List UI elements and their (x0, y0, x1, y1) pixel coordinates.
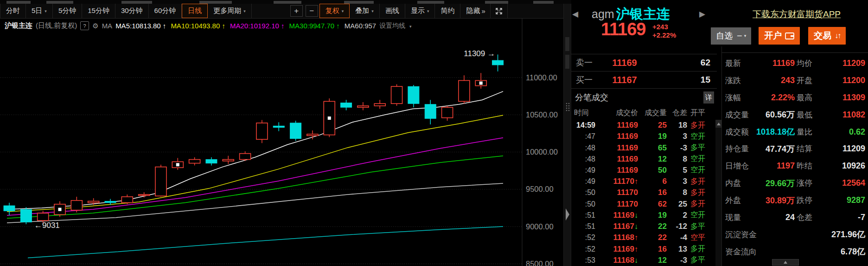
chevron-down-icon: ▾ (409, 24, 412, 29)
toolbar-button-6[interactable]: 日线 (182, 4, 208, 18)
prev-contract-icon[interactable]: ◀ (572, 9, 578, 19)
open-account-button[interactable]: 开户 (759, 27, 800, 45)
tick-row: :50111706225多开 (571, 199, 714, 210)
stat-cell: 现量24 (725, 209, 795, 226)
stat-cell: 昨结10926 (797, 157, 865, 175)
tick-open-close-flag: 多平 (690, 255, 705, 265)
toolbar-button-15[interactable]: 简约 (435, 4, 460, 18)
toolbar-button-12[interactable]: 叠加▾ (350, 4, 380, 18)
tick-row: :5211168↑22-4空平 (571, 232, 714, 243)
download-app-link[interactable]: 下载东方财富期货APP (753, 8, 841, 20)
collapse-right-arrow-icon[interactable] (566, 208, 569, 221)
chart-legend: 沪银主连 (日线,前复权) ? ⚙ MA MA5:10813.80 ↑MA10:… (5, 21, 412, 30)
toolbar-button-11[interactable]: 复权▾ (319, 4, 350, 18)
tick-price: 11169↑ (595, 245, 638, 254)
trade-button[interactable]: 交易 ↓↑ (808, 27, 846, 45)
scroll-up-icon[interactable] (715, 120, 721, 128)
stat-cell: 结算11209 (797, 140, 865, 157)
bid-qty: 15 (701, 75, 710, 85)
toolbar-button-14[interactable]: 显示▾ (405, 4, 435, 18)
toolbar-button-0[interactable]: 分时 (0, 4, 26, 18)
tick-row: :5111169↓192空开 (571, 210, 714, 221)
ma-values: MA5:10813.80 ↑MA10:10493.80 ↑MA20:10192.… (115, 22, 376, 30)
splitter-box (565, 37, 569, 51)
chevron-down-icon: ▾ (371, 9, 374, 13)
stat-value: 1197 (777, 161, 795, 171)
stat-cell: 均价11209 (797, 55, 865, 72)
tick-volume: 16 (638, 188, 667, 197)
toolbar-button-1[interactable]: 5日▾ (26, 4, 53, 18)
minus-icon: − (737, 31, 742, 40)
tick-open-close-flag: 多开 (690, 244, 705, 254)
stat-cell: 涨幅2.22% (725, 89, 795, 106)
tick-oi-change: 13 (667, 245, 687, 254)
svg-text:9500.00: 9500.00 (526, 185, 554, 193)
ma-value: MA20:10192.10 ↑ (230, 22, 285, 30)
toolbar-button-5[interactable]: 60分钟 (149, 4, 182, 18)
tick-time: :52 (571, 245, 595, 253)
tick-col-header: 开平 (690, 108, 705, 118)
stat-cell: 外盘30.89万 (725, 192, 795, 209)
legend-mode: (日线,前复权) (36, 21, 77, 30)
ask-price: 11169 (608, 58, 641, 68)
tick-oi-change: 5 (667, 166, 687, 175)
tick-price: 11170↑ (595, 177, 638, 186)
splitter-box (565, 55, 569, 69)
toolbar-button-4[interactable]: 30分钟 (115, 4, 149, 18)
gear-icon[interactable]: ⚙ (92, 22, 98, 30)
tick-price: 11169 (595, 143, 638, 153)
panel-splitter[interactable] (563, 4, 571, 266)
stat-value: 47.74万 (766, 143, 795, 155)
chevron-down-icon: ▾ (744, 33, 747, 38)
tick-time: :52 (571, 234, 595, 242)
tick-col-header: 仓差 (667, 108, 687, 118)
next-contract-icon[interactable]: ▶ (699, 9, 705, 19)
tick-volume: 50 (638, 166, 667, 175)
svg-text:10500.00: 10500.00 (526, 110, 558, 119)
stat-cell: 跌停9287 (797, 192, 865, 209)
tick-row: 14:59111692518多开 (571, 120, 714, 131)
stat-label: 现量 (725, 212, 741, 223)
ma-settings-dropdown[interactable]: 设置均线 ▾ (379, 22, 411, 30)
toolbar-button-13[interactable]: 画线 (380, 4, 405, 18)
tick-scrollbar[interactable] (715, 120, 721, 266)
ma-value: MA60:957 (345, 22, 376, 30)
toolbar-button-10[interactable]: − (306, 5, 318, 17)
stat-value: -7 (858, 213, 865, 222)
tick-row: :5011170168多开 (571, 187, 714, 198)
stat-value: 271.96亿 (831, 229, 865, 240)
tick-row: :4911170↑63多开 (571, 176, 714, 187)
svg-text:10000.00: 10000.00 (526, 148, 558, 156)
tick-open-close-flag: 多平 (690, 143, 705, 153)
tick-time: :47 (571, 132, 595, 141)
svg-text:9000.00: 9000.00 (526, 222, 554, 231)
tick-price: 11168↑ (595, 233, 638, 242)
stat-label: 量比 (797, 127, 812, 137)
ma-value: MA30:9947.70 ↑ (289, 22, 340, 30)
stat-label: 日增仓 (725, 161, 749, 171)
chevron-up-icon (784, 261, 787, 264)
expand-chart-icon[interactable] (491, 4, 508, 18)
stat-value: 29.66万 (766, 178, 795, 189)
tick-detail-button[interactable]: 详 (703, 91, 714, 104)
stat-cell: 沉淀资金271.96亿 (725, 226, 865, 243)
tick-row: :4811169128空开 (571, 154, 714, 165)
toolbar-button-3[interactable]: 15分钟 (82, 4, 115, 18)
grip-dots-icon[interactable] (565, 102, 570, 111)
watchlist-button[interactable]: 自选 − ▾ (711, 27, 751, 45)
quick-action-buttons: 自选 − ▾ 开户 交易 ↓↑ (711, 27, 846, 45)
toolbar-spacer (252, 4, 289, 18)
toolbar-button-9[interactable]: + (290, 5, 303, 17)
collapse-panel-button[interactable] (772, 259, 799, 266)
stat-value: 11309 (842, 93, 865, 103)
toolbar-button-7[interactable]: 更多周期▾ (208, 4, 252, 18)
tick-price: 11169 (595, 121, 638, 130)
chevron-down-icon: ▾ (427, 9, 429, 13)
help-icon[interactable]: ? (80, 21, 89, 30)
tick-open-close-flag: 多平 (690, 222, 705, 232)
stat-cell: 内盘29.66万 (725, 175, 795, 192)
toolbar-button-2[interactable]: 5分钟 (53, 4, 82, 18)
candlestick-chart[interactable]: 11000.0010500.0010000.009500.009000.0085… (0, 19, 563, 266)
stat-value: 11082 (842, 110, 865, 120)
toolbar-button-16[interactable]: 隐藏» (460, 4, 490, 18)
